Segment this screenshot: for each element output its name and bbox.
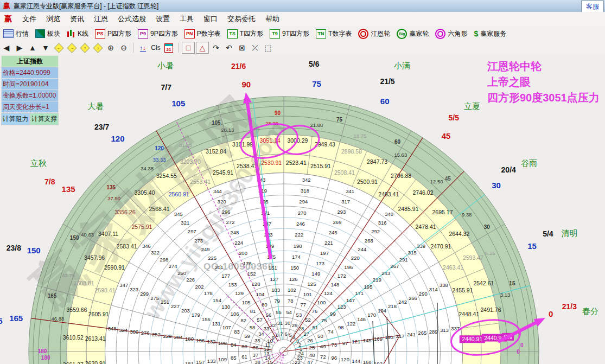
price-cell: 2575.91	[131, 223, 152, 230]
menu-item-4[interactable]: 公式选股	[113, 13, 151, 24]
menu-item-2[interactable]: 资讯	[65, 13, 89, 24]
cls-button[interactable]: Cls	[150, 42, 162, 53]
integer-cell: 341	[346, 188, 354, 194]
pan-down-icon[interactable]: ↓	[92, 42, 104, 53]
box-x-icon[interactable]: ⊠	[236, 42, 248, 53]
nav-up-icon[interactable]: ▲	[27, 42, 39, 53]
integer-cell: 192	[374, 361, 383, 364]
integer-cell: 181	[185, 361, 194, 364]
pan-up-icon[interactable]: ↑	[79, 42, 91, 53]
integer-cell: 315	[408, 250, 417, 256]
poly-dashed-icon[interactable]: ⬚	[262, 42, 274, 53]
toolbar-label: T数字表	[328, 29, 352, 39]
integer-cell: 6	[285, 331, 288, 337]
degree-label: 90	[275, 110, 281, 116]
square-tool-icon[interactable]: □	[182, 42, 195, 54]
price-cell: 2560.91	[169, 191, 189, 197]
pan-right-icon[interactable]: →	[66, 42, 78, 53]
menu-item-7[interactable]: 窗口	[199, 13, 222, 24]
toolbar-K线[interactable]: K线	[63, 28, 92, 40]
calc-support-button[interactable]: 计算支撑	[30, 113, 59, 125]
integer-cell: 100	[317, 299, 326, 305]
toolbar-行情[interactable]: 行情	[0, 28, 32, 40]
toolbar-P四方形[interactable]: PSP四方形	[92, 28, 135, 40]
integer-cell: 321	[181, 220, 189, 226]
toolbar-六角形[interactable]: 六角形	[432, 28, 470, 40]
toolbar-separator	[133, 43, 133, 53]
calc-resistance-button[interactable]: 计算阻力	[1, 113, 30, 125]
price-cell: 2491.76	[481, 306, 501, 313]
toolbar-P数字表[interactable]: PNP数字表	[181, 28, 224, 40]
toolbar-赢家服务[interactable]: $赢家服务	[470, 28, 510, 40]
date-label: 23/8	[7, 244, 21, 252]
integer-cell: 156	[196, 337, 205, 343]
toolbar-9T四方形[interactable]: T99T四方形	[266, 28, 313, 40]
integer-cell: 216	[385, 362, 393, 364]
annotation-line: 四方形90度3051点压力	[487, 90, 600, 106]
menu-item-5[interactable]: 设置	[151, 13, 175, 24]
menu-item-3[interactable]: 江恩	[89, 13, 113, 24]
nav-right-icon[interactable]: ▶	[14, 42, 26, 53]
menu-item-0[interactable]: 文件	[17, 13, 41, 24]
menu-item-9[interactable]: 帮助	[260, 13, 284, 24]
toolbar-T数字表[interactable]: TNT数字表	[313, 28, 355, 40]
PS-icon: PS	[95, 29, 105, 39]
integer-cell: 228	[163, 333, 171, 339]
annotation-line: 上帝之眼	[487, 74, 600, 90]
toolbar-赢家轮[interactable]: Big赢家轮	[393, 28, 432, 40]
integer-cell: 201	[215, 264, 224, 270]
integer-cell: 249	[201, 246, 210, 252]
axis-icon[interactable]: ↑↓	[137, 42, 149, 53]
integer-cell: 131	[212, 321, 221, 327]
integer-cell: 121	[352, 339, 360, 344]
rotate-cw-icon[interactable]: ↷	[210, 42, 222, 53]
menu-item-1[interactable]: 浏览	[41, 13, 65, 24]
integer-cell: 25	[309, 344, 315, 350]
customer-service-button[interactable]: 客服	[581, 1, 604, 13]
percent-label: 31.25	[179, 142, 192, 148]
T9-icon: T9	[270, 29, 280, 39]
integer-cell: 203	[181, 308, 190, 314]
price-cell: 2847.73	[367, 158, 387, 165]
percent-label: 40.63	[81, 232, 94, 238]
pan-left-icon[interactable]: ←	[53, 42, 65, 53]
integer-cell: 267	[390, 263, 399, 269]
toolbar-T四方形[interactable]: TST四方形	[224, 28, 266, 40]
toolbar-板块[interactable]: 板块	[32, 28, 63, 40]
degree-label: 45	[445, 176, 451, 182]
integer-cell: 217	[396, 333, 405, 339]
menu-item-6[interactable]: 工具	[175, 13, 199, 24]
integer-cell: 200	[239, 250, 247, 256]
integer-cell: 151	[269, 265, 277, 271]
solar-term-label: 小暑	[157, 61, 174, 70]
step-row: 周天变化步长=1	[1, 101, 59, 113]
integer-cell: 347	[119, 282, 128, 288]
nav-left-icon[interactable]: ◀	[1, 42, 12, 53]
toolbar-江恩轮[interactable]: 江恩轮	[355, 28, 393, 40]
degree-label: 165	[48, 293, 57, 299]
integer-cell: 173	[316, 260, 324, 266]
outer-degree-label: 165	[9, 314, 23, 323]
rotate-ccw-icon[interactable]: ↶	[223, 42, 235, 53]
highlight-value: 2440.91	[462, 336, 482, 342]
outer-degree-label: 135	[62, 184, 75, 194]
scatter-icon[interactable]: ⤫	[249, 42, 261, 53]
degree-label: 180	[41, 355, 50, 361]
degree-label: 105	[212, 120, 221, 126]
integer-cell: 152	[247, 271, 256, 277]
calendar-icon[interactable]: 21	[163, 42, 175, 53]
price-cell: 3559.66	[67, 306, 87, 313]
menu-item-8[interactable]: 交易委托	[222, 13, 260, 24]
price-cell: 2493.41	[378, 191, 399, 197]
price-cell: 2485.91	[398, 206, 419, 212]
degree-label: 150	[70, 235, 79, 241]
nav-down-icon[interactable]: ▼	[40, 42, 52, 53]
toolbar-9P四方形[interactable]: P99P四方形	[135, 28, 181, 40]
zoom-out-icon[interactable]: ⊖	[118, 42, 130, 53]
zoom-in-icon[interactable]: ⊕	[105, 42, 117, 53]
integer-cell: 324	[119, 327, 128, 333]
toolbar-separator	[178, 43, 179, 53]
toolbar-label: 9T四方形	[282, 29, 309, 39]
triangle-tool-icon[interactable]: △	[196, 42, 209, 54]
menu-logo-icon: 赢	[4, 14, 12, 24]
